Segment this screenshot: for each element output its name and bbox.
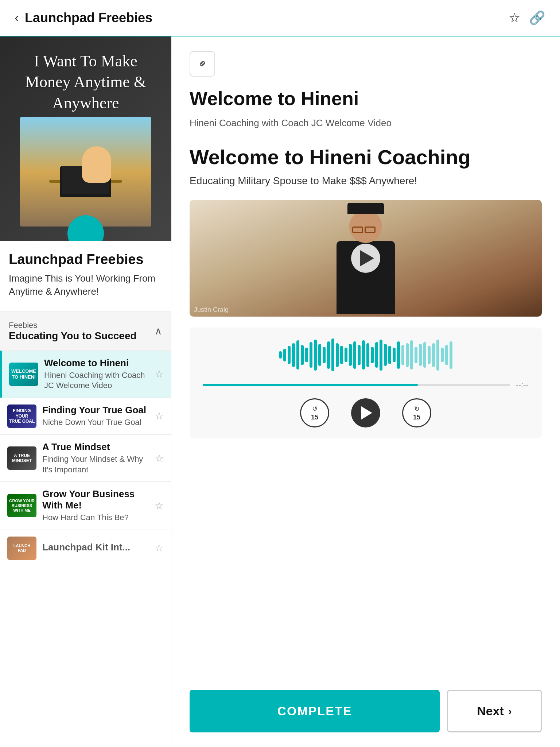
section-desc: Educating Military Spouse to Make $$$ An…: [190, 175, 542, 187]
section-header[interactable]: Feebies Educating You to Succeed ∧: [0, 311, 171, 351]
content-title: Welcome to Hineni: [190, 88, 542, 109]
content-desc: Hineni Coaching with Coach JC Welcome Vi…: [190, 116, 542, 130]
lesson-desc: Finding Your Mindset & Why It's Importan…: [42, 454, 149, 475]
waveform-bar: [401, 345, 404, 365]
bookmark-icon[interactable]: ☆: [155, 368, 164, 380]
page-title: Launchpad Freebies: [25, 10, 152, 26]
lesson-thumbnail: A TRUEMINDSET: [7, 446, 36, 470]
course-subtitle: Imagine This is You! Working From Anytim…: [9, 272, 162, 298]
lesson-info: Grow Your Business With Me! How Hard Can…: [42, 488, 149, 523]
waveform-bar: [450, 341, 452, 369]
waveform-bar: [397, 341, 400, 369]
lesson-info: A True Mindset Finding Your Mindset & Wh…: [42, 441, 149, 475]
waveform-bar: [366, 343, 369, 367]
lesson-title: Launchpad Kit Int...: [42, 542, 149, 553]
list-item[interactable]: FINDINGYOURTRUE GOAL Finding Your True G…: [0, 398, 171, 434]
header-link-button[interactable]: 🔗: [529, 10, 545, 26]
lesson-title: Grow Your Business With Me!: [42, 488, 149, 511]
header: ‹ Launchpad Freebies ☆ 🔗: [0, 0, 560, 36]
waveform-bar: [410, 340, 413, 369]
lesson-desc: How Hard Can This Be?: [42, 512, 149, 523]
waveform-bar: [436, 340, 439, 371]
video-label: Justin Craig: [194, 306, 229, 314]
lesson-thumbnail: FINDINGYOURTRUE GOAL: [7, 405, 36, 428]
lesson-title: Finding Your True Goal: [42, 405, 149, 416]
hero-text: I Want To Make Money Anytime & Anywhere: [0, 51, 171, 113]
complete-button[interactable]: COMPLETE: [190, 690, 440, 732]
skip-back-button[interactable]: ↺ 15: [300, 398, 329, 427]
main-layout: I Want To Make Money Anytime & Anywhere: [0, 36, 560, 747]
waveform-bar: [336, 343, 339, 367]
waveform-bar: [279, 351, 282, 359]
play-icon: [361, 406, 372, 419]
hero-photo: [20, 117, 151, 227]
play-button[interactable]: [351, 244, 380, 273]
waveform-bar: [371, 347, 374, 363]
waveform-bar: [415, 347, 417, 363]
video-thumbnail[interactable]: Justin Craig: [190, 200, 542, 317]
progress-area: --:--: [203, 380, 529, 390]
course-info: Launchpad Freebies Imagine This is You! …: [0, 241, 171, 304]
skip-back-icon: ↺: [312, 405, 318, 413]
waveform-bar: [331, 338, 334, 371]
header-left: ‹ Launchpad Freebies: [15, 10, 152, 26]
bookmark-icon[interactable]: ☆: [155, 452, 164, 464]
lesson-info: Launchpad Kit Int...: [42, 542, 149, 554]
waveform-bar: [375, 342, 378, 368]
play-triangle-icon: [360, 250, 374, 266]
hero-image: I Want To Make Money Anytime & Anywhere: [0, 36, 171, 241]
link-copy-button[interactable]: ⚭: [190, 51, 215, 77]
audio-play-button[interactable]: [351, 398, 380, 427]
waveform: [203, 338, 529, 371]
skip-forward-label: 15: [413, 414, 420, 421]
lesson-desc: Hineni Coaching with Coach JC Welcome Vi…: [44, 370, 149, 391]
waveform-bar: [432, 343, 435, 367]
section-label: Feebies: [9, 321, 137, 330]
waveform-bar: [380, 340, 382, 371]
right-panel: ⚭ Welcome to Hineni Hineni Coaching with…: [171, 36, 560, 747]
section-name: Educating You to Succeed: [9, 330, 137, 342]
lesson-title: Welcome to Hineni: [44, 357, 149, 369]
lesson-info: Welcome to Hineni Hineni Coaching with C…: [44, 357, 149, 391]
lesson-thumbnail: LAUNCHPAD: [7, 537, 36, 560]
progress-track[interactable]: [203, 384, 510, 386]
bookmark-icon[interactable]: ☆: [155, 410, 164, 422]
waveform-bar: [288, 346, 291, 364]
list-item[interactable]: A TRUEMINDSET A True Mindset Finding You…: [0, 434, 171, 481]
waveform-bar: [301, 345, 304, 365]
progress-fill: [203, 384, 418, 386]
skip-back-label: 15: [311, 414, 318, 421]
audio-controls: ↺ 15 ↻ 15: [203, 398, 529, 427]
course-title: Launchpad Freebies: [9, 252, 162, 267]
waveform-bar: [388, 346, 391, 364]
back-button[interactable]: ‹: [15, 10, 19, 26]
skip-forward-icon: ↻: [414, 405, 420, 413]
left-panel: I Want To Make Money Anytime & Anywhere: [0, 36, 171, 747]
list-item[interactable]: WELCOMETO HINENI Welcome to Hineni Hinen…: [0, 351, 171, 398]
waveform-bar: [292, 343, 295, 367]
waveform-bar: [345, 348, 347, 362]
lesson-desc: Niche Down Your True Goal: [42, 417, 149, 428]
next-button[interactable]: Next ›: [447, 690, 542, 732]
list-item[interactable]: LAUNCHPAD Launchpad Kit Int... ☆: [0, 530, 171, 566]
bottom-buttons: COMPLETE Next ›: [190, 682, 542, 732]
next-arrow-icon: ›: [508, 705, 512, 717]
waveform-bar: [406, 343, 409, 367]
lesson-info: Finding Your True Goal Niche Down Your T…: [42, 405, 149, 428]
bookmark-icon[interactable]: ☆: [155, 542, 164, 554]
skip-forward-button[interactable]: ↻ 15: [402, 398, 431, 427]
waveform-bar: [423, 342, 426, 368]
waveform-bar: [393, 348, 396, 362]
bookmark-icon[interactable]: ☆: [155, 500, 164, 512]
waveform-bar: [327, 341, 330, 369]
waveform-bar: [419, 344, 422, 366]
waveform-bar: [349, 344, 352, 366]
lesson-thumbnail: WELCOMETO HINENI: [9, 363, 38, 386]
bookmark-button[interactable]: ☆: [509, 10, 520, 26]
lesson-thumbnail: GROW YOURBUSINESSWITH ME: [7, 494, 36, 517]
waveform-bar: [310, 342, 312, 368]
waveform-bar: [283, 349, 286, 361]
list-item[interactable]: GROW YOURBUSINESSWITH ME Grow Your Busin…: [0, 481, 171, 530]
waveform-bar: [441, 348, 444, 362]
waveform-bar: [384, 344, 387, 366]
